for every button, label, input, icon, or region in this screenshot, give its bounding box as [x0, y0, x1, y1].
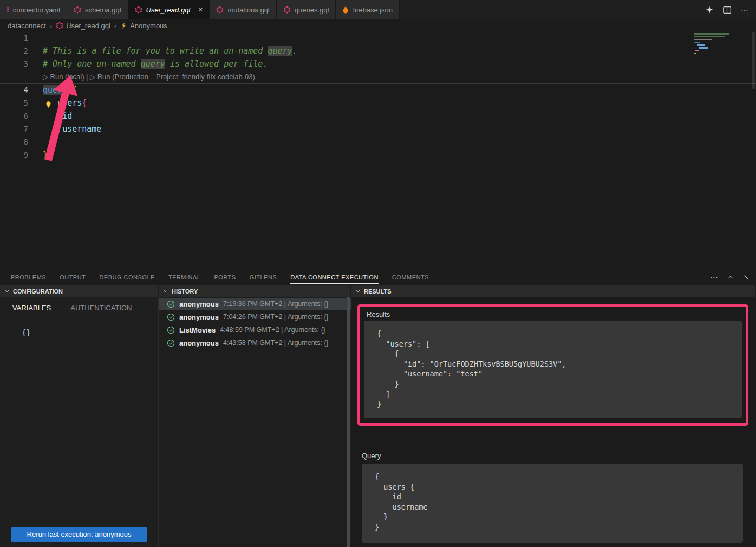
editor-tab-user-read-gql[interactable]: User_read.gql×	[128, 0, 210, 19]
code-line[interactable]: 7 username	[0, 122, 756, 135]
code-line[interactable]: 6 id	[0, 109, 756, 122]
editor-scrollbar[interactable]	[752, 32, 755, 89]
bottom-panel: PROBLEMSOUTPUTDEBUG CONSOLETERMINALPORTS…	[0, 269, 756, 547]
editor-tab-mutations-gql[interactable]: mutations.gql	[210, 0, 276, 19]
code-line[interactable]: 4query {	[0, 83, 756, 96]
query-text: { users { id username } }	[362, 464, 743, 532]
close-panel-icon[interactable]	[743, 274, 750, 281]
line-number: 3	[0, 57, 28, 70]
editor-tab-schema-gql[interactable]: schema.gql	[67, 0, 128, 19]
tab-label: mutations.gql	[227, 6, 269, 14]
line-number: 1	[0, 31, 28, 44]
graphql-icon	[135, 6, 142, 14]
tabbar-actions: ⋯	[706, 0, 756, 19]
code-token: username	[62, 124, 101, 134]
code-token: query	[141, 59, 165, 69]
code-token: {	[72, 85, 77, 95]
history-entry[interactable]: anonymous7:19:36 PM GMT+2 | Arguments: {…	[159, 298, 351, 310]
breadcrumb-item-anonymous[interactable]: Anonymous	[120, 22, 167, 30]
history-entry[interactable]: anonymous7:04:26 PM GMT+2 | Arguments: {…	[159, 311, 351, 323]
results-json-box: { "users": [ { "id": "OrTucFODZHTksvBSBU…	[364, 321, 742, 418]
code-line[interactable]: 2# This is a file for you to write an un…	[0, 44, 756, 57]
panel-tab-gitlens[interactable]: GITLENS	[250, 271, 277, 284]
code-token: users	[57, 98, 82, 108]
history-entry-name: ListMovies	[179, 326, 216, 334]
code-token: id	[62, 111, 72, 121]
code-line[interactable]: 8 }	[0, 135, 756, 148]
code-token: }	[43, 150, 48, 160]
codelens-run-production[interactable]: ▷ Run (Production – Project: friendly-fl…	[90, 73, 255, 81]
panel-tab-output[interactable]: OUTPUT	[60, 271, 86, 284]
line-number: 5	[0, 96, 28, 109]
check-circle-icon	[167, 339, 175, 347]
history-entry-detail: 7:19:36 PM GMT+2 | Arguments: {}	[223, 300, 329, 308]
breadcrumb-item-dataconnect[interactable]: dataconnect	[8, 22, 46, 30]
section-header-configuration[interactable]: CONFIGURATION	[0, 285, 159, 297]
close-tab-icon[interactable]: ×	[198, 5, 203, 14]
split-editor-icon[interactable]	[723, 6, 731, 14]
chevron-down-icon	[4, 288, 10, 295]
history-scrollbar[interactable]	[347, 297, 350, 547]
rerun-last-execution-button[interactable]: Rerun last execution: anonymous	[11, 527, 147, 542]
editor-tab-firebase-json[interactable]: firebase.json	[336, 0, 400, 19]
panel-tab-bar: PROBLEMSOUTPUTDEBUG CONSOLETERMINALPORTS…	[0, 269, 756, 285]
panel-tab-problems[interactable]: PROBLEMS	[11, 271, 46, 284]
panel-tab-comments[interactable]: COMMENTS	[392, 271, 429, 284]
breadcrumb-label: dataconnect	[8, 22, 46, 30]
line-number: 9	[0, 148, 28, 161]
breadcrumb: dataconnect›User_read.gql›Anonymous	[0, 19, 756, 31]
history-entry[interactable]: anonymous4:43:58 PM GMT+2 | Arguments: {…	[159, 337, 351, 349]
code-line[interactable]: 9}	[0, 148, 756, 161]
tab-label: firebase.json	[353, 6, 393, 14]
tab-variables[interactable]: VARIABLES	[12, 304, 51, 316]
section-header-history[interactable]: HISTORY	[159, 285, 351, 297]
check-circle-icon	[167, 300, 175, 308]
code-token: .	[292, 46, 297, 56]
breadcrumb-item-user-read-gql[interactable]: User_read.gql	[56, 22, 110, 30]
section-title: RESULTS	[364, 288, 392, 295]
code-token	[43, 111, 62, 121]
tab-label: schema.gql	[85, 6, 121, 14]
tab-label: connector.yaml	[13, 6, 60, 14]
history-entry-name: anonymous	[179, 313, 219, 321]
section-header-results[interactable]: RESULTS	[351, 285, 756, 297]
history-entry-detail: 4:48:59 PM GMT+2 | Arguments: {}	[220, 326, 325, 334]
results-label: Results	[367, 310, 746, 318]
breadcrumb-separator: ›	[50, 22, 52, 30]
code-token: # This is a file for you to write an un-…	[43, 46, 268, 56]
panel-section-headers: CONFIGURATION HISTORY RESULTS	[0, 285, 756, 297]
tab-label: User_read.gql	[146, 6, 191, 14]
history-entry-name: anonymous	[179, 300, 219, 308]
section-title: HISTORY	[172, 288, 198, 295]
line-number: 6	[0, 109, 28, 122]
code-line[interactable]: 5 users{	[0, 96, 756, 109]
breadcrumb-label: User_read.gql	[66, 22, 110, 30]
chevron-down-icon	[163, 288, 168, 295]
history-entry-detail: 7:04:26 PM GMT+2 | Arguments: {}	[223, 313, 329, 321]
flame-icon	[342, 6, 349, 14]
panel-tab-data-connect-execution[interactable]: DATA CONNECT EXECUTION	[290, 271, 379, 284]
panel-tab-ports[interactable]: PORTS	[214, 271, 236, 284]
panel-tab-debug-console[interactable]: DEBUG CONSOLE	[99, 271, 154, 284]
variables-value[interactable]: {}	[22, 328, 158, 337]
code-line[interactable]: 3# Only one un-named query is allowed pe…	[0, 57, 756, 70]
codelens-run-local[interactable]: ▷ Run (local)	[43, 73, 84, 81]
editor-tab-queries-gql[interactable]: queries.gql	[277, 0, 336, 19]
graphql-icon	[216, 6, 224, 14]
breadcrumb-label: Anonymous	[130, 22, 167, 30]
tab-authentication[interactable]: AUTHENTICATION	[70, 304, 132, 316]
more-actions-icon[interactable]: ⋯	[741, 5, 748, 14]
code-token	[43, 137, 53, 147]
copilot-icon[interactable]	[706, 6, 713, 14]
code-line[interactable]: 1	[0, 31, 756, 44]
results-panel: Results { "users": [ { "id": "OrTucFODZH…	[351, 297, 756, 547]
line-number	[0, 70, 28, 83]
more-actions-icon[interactable]: ⋯	[710, 272, 719, 282]
tab-label: queries.gql	[295, 6, 329, 14]
panel-tab-terminal[interactable]: TERMINAL	[168, 271, 201, 284]
code-editor[interactable]: 12# This is a file for you to write an u…	[0, 31, 756, 269]
editor-tab-connector-yaml[interactable]: !connector.yaml	[0, 0, 67, 19]
code-token: }	[53, 137, 57, 147]
maximize-panel-icon[interactable]	[727, 274, 734, 281]
history-entry[interactable]: ListMovies4:48:59 PM GMT+2 | Arguments: …	[159, 324, 351, 336]
